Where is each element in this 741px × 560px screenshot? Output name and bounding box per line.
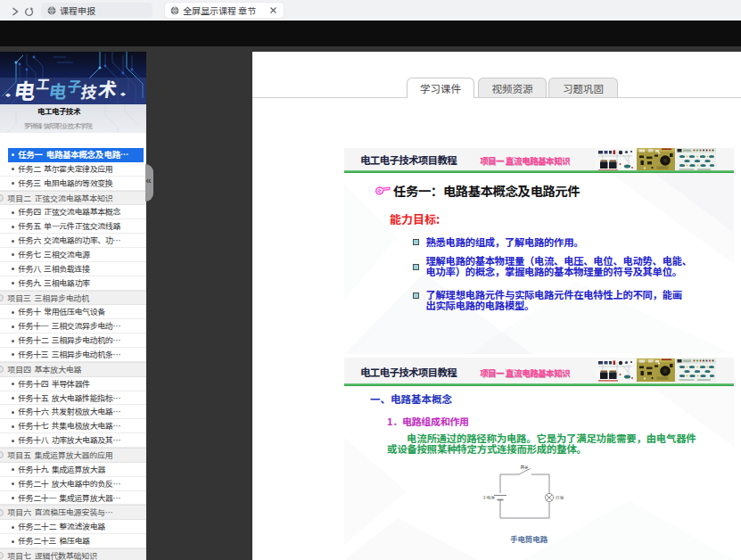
svg-text:术: 术 [96, 75, 119, 102]
svg-text:技: 技 [79, 79, 99, 103]
svg-text:开关: 开关 [520, 465, 529, 470]
svg-text:灯泡: 灯泡 [556, 495, 564, 500]
svg-text:电: 电 [12, 74, 38, 104]
svg-text:电: 电 [47, 78, 69, 103]
svg-text:干电池: 干电池 [482, 495, 495, 500]
